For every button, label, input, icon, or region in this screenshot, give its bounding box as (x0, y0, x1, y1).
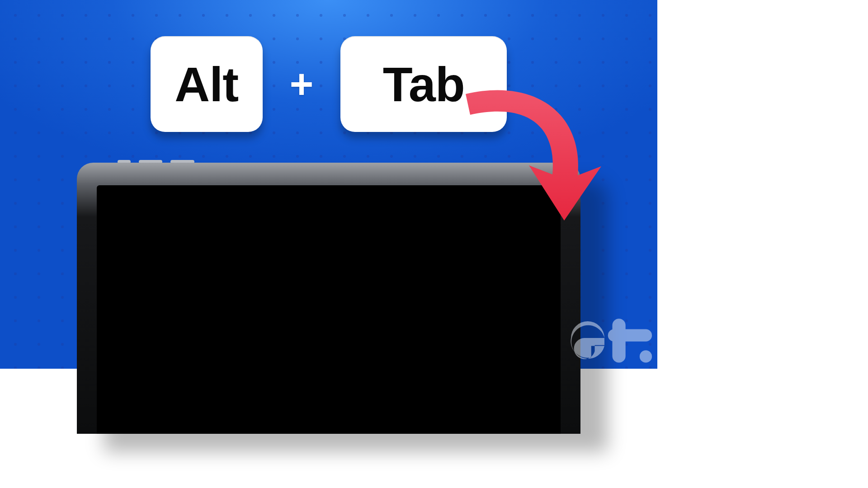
alt-key: Alt (151, 36, 263, 132)
svg-point-2 (640, 350, 652, 362)
plus-symbol: + (290, 61, 314, 108)
device-display (77, 163, 580, 434)
alt-key-label: Alt (175, 56, 238, 113)
illustration-canvas: Alt + Tab (0, 0, 657, 369)
tab-key-label: Tab (383, 56, 465, 113)
shortcut-key-row: Alt + Tab (0, 36, 657, 132)
tab-key: Tab (340, 36, 507, 132)
svg-rect-1 (608, 329, 652, 342)
gt-logo-icon (570, 312, 654, 366)
